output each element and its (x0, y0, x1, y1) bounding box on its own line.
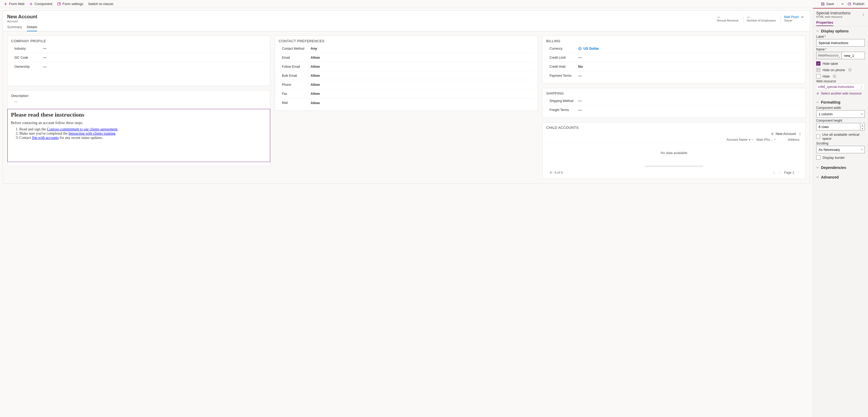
chevron-down-icon (774, 139, 776, 141)
svg-text:$: $ (580, 47, 581, 50)
link-jim-accounts[interactable]: Jim with accounts (32, 136, 59, 140)
hide-checkbox[interactable]: Hide i (816, 74, 865, 78)
section-billing[interactable]: BILLING Currency $ US Dollar Credit (542, 36, 806, 84)
tab-summary[interactable]: Summary (7, 25, 22, 31)
link-client-training[interactable]: Interacting with clients training (68, 131, 115, 135)
pager-next-button[interactable] (797, 171, 800, 174)
spinner-up-button[interactable]: ▴ (860, 123, 865, 127)
header-stat-revenue[interactable]: --- Annual Revenue (717, 15, 740, 22)
field-shipping-method[interactable]: Shipping Method --- (546, 96, 802, 105)
panel-tab-properties[interactable]: Properties (816, 21, 833, 26)
owner-link: Matt Peart (784, 15, 799, 19)
panel-collapse-button[interactable] (862, 13, 865, 16)
name-input[interactable] (842, 52, 865, 59)
field-sic-code[interactable]: SIC Code --- (11, 53, 267, 62)
grid-col-address[interactable]: Address (780, 138, 802, 141)
info-icon[interactable]: i (848, 68, 851, 71)
save-icon (821, 2, 825, 6)
group-formatting[interactable]: Formatting (816, 100, 865, 105)
form-canvas: New Account Account --- Annual Revenue -… (3, 11, 810, 184)
scrolling-select[interactable]: As Necessary (816, 146, 865, 153)
pager-first-button[interactable] (772, 171, 776, 174)
section-shipping[interactable]: SHIPPING Shipping Method --- Freight Ter… (542, 88, 806, 118)
save-dropdown-button[interactable] (840, 2, 845, 6)
entity-name: Account (7, 20, 37, 23)
publish-button[interactable]: Publish (846, 1, 866, 6)
display-border-checkbox[interactable]: Display border (816, 155, 865, 160)
hide-label-checkbox[interactable]: ✓ Hide label (816, 61, 865, 66)
svg-text:i: i (850, 69, 850, 71)
field-industry[interactable]: Industry --- (11, 44, 267, 53)
checkbox-icon (816, 134, 820, 139)
field-credit-limit[interactable]: Credit Limit --- (546, 53, 802, 62)
header-stat-owner[interactable]: Matt Peart Owner (784, 15, 806, 22)
form-settings-button[interactable]: Form settings (56, 1, 85, 6)
page-title: New Account (7, 14, 37, 20)
pager-prev-button[interactable] (778, 171, 781, 174)
svg-point-11 (800, 132, 800, 133)
settings-icon (57, 2, 61, 6)
section-company-profile[interactable]: COMPANY PROFILE Industry --- SIC Code --… (7, 36, 271, 86)
label-input[interactable] (816, 39, 865, 46)
section-description[interactable]: Description --- Please read these instru… (7, 90, 271, 166)
grid-scrollbar[interactable] (645, 165, 703, 167)
panel-subtitle: HTML web resource (816, 15, 850, 18)
tab-details[interactable]: Details (27, 25, 37, 31)
webresource-special-instructions[interactable]: Please read these instructions Before co… (7, 109, 270, 162)
checkbox-icon (816, 155, 820, 160)
field-mail[interactable]: Mail Allow (279, 98, 534, 107)
field-ownership[interactable]: Ownership --- (11, 62, 267, 71)
checkbox-icon (816, 74, 820, 78)
info-icon[interactable]: i (833, 75, 836, 78)
select-another-resource-link[interactable]: Select another web resource (816, 92, 865, 95)
group-display-options[interactable]: Display options (816, 28, 865, 34)
spinner-down-button[interactable]: ▾ (860, 127, 865, 130)
grid-col-main-phone[interactable]: Main Pho... (756, 138, 780, 141)
chevron-down-icon (816, 176, 819, 179)
form-tabs: Summary Details (3, 23, 810, 31)
comp-width-select[interactable]: 1 column (816, 110, 865, 118)
field-email[interactable]: Email Allow (279, 53, 534, 62)
field-bulk-email[interactable]: Bulk Email Allow (279, 71, 534, 80)
web-resource-link[interactable]: crfb6_special-instructions ⋮ (816, 84, 865, 90)
field-fax[interactable]: Fax Allow (279, 89, 534, 98)
section-title: CONTACT PREFERENCES (279, 39, 534, 44)
add-component-button[interactable]: Component (28, 1, 54, 6)
section-child-accounts[interactable]: CHILD ACCOUNTS New Account (542, 122, 806, 179)
chevron-down-icon[interactable] (801, 15, 804, 19)
comp-height-caption: Component height (816, 119, 865, 123)
plus-icon (29, 2, 33, 6)
header-stat-employees[interactable]: --- Number of Employees (747, 15, 777, 22)
add-form-field-button[interactable]: Form field (2, 1, 26, 6)
form-header[interactable]: New Account Account --- Annual Revenue -… (3, 11, 810, 23)
chevron-down-icon (816, 166, 819, 169)
publish-icon (847, 2, 851, 6)
field-currency[interactable]: Currency $ US Dollar (546, 44, 802, 53)
new-account-label: New Account (776, 132, 796, 136)
more-icon[interactable]: ⋮ (860, 85, 863, 89)
svg-point-13 (800, 135, 800, 135)
editor-toolbar: Form field Component Form settings Switc… (0, 0, 868, 8)
field-contact-method[interactable]: Contact Method Any (279, 44, 534, 53)
field-freight-terms[interactable]: Freight Terms --- (546, 105, 802, 115)
scrolling-caption: Scrolling (816, 141, 865, 145)
field-follow-email[interactable]: Follow Email Allow (279, 62, 534, 71)
field-payment-terms[interactable]: Payment Terms --- (546, 71, 802, 80)
name-prefix: WebResource_ (816, 52, 842, 59)
hide-phone-checkbox[interactable]: ✓ Hide on phone i (816, 68, 865, 72)
field-phone[interactable]: Phone Allow (279, 80, 534, 89)
section-contact-preferences[interactable]: CONTACT PREFERENCES Contact Method Any E… (275, 36, 538, 111)
grid-col-account-name[interactable]: Account Name (546, 138, 756, 141)
group-advanced[interactable]: Advanced (816, 174, 865, 180)
save-button[interactable]: Save (819, 1, 836, 6)
group-dependencies[interactable]: Dependencies (816, 165, 865, 170)
new-account-button[interactable]: New Account (771, 132, 796, 136)
use-vspace-checkbox[interactable]: Use all available vertical space (816, 132, 865, 140)
switch-classic-button[interactable]: Switch to classic (87, 1, 115, 6)
web-resource-caption: Web resource (816, 79, 865, 83)
comp-height-input[interactable] (816, 123, 860, 130)
field-credit-hold[interactable]: Credit Hold No (546, 62, 802, 71)
grid-overflow-button[interactable] (798, 132, 802, 135)
link-contoso-commitment[interactable]: Contoso commitment to our clients agreee… (47, 127, 118, 131)
plus-icon (771, 132, 774, 135)
